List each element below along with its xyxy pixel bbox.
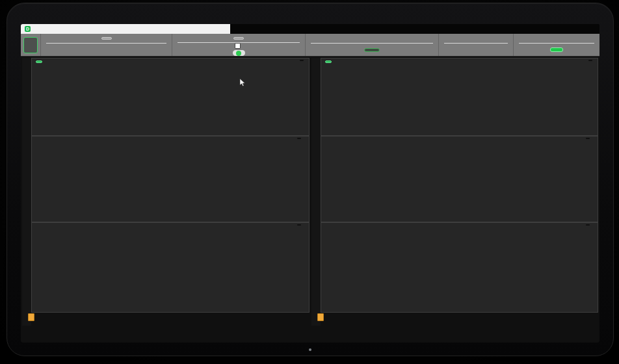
go-to-bounds-button[interactable] [364, 48, 380, 52]
app-logo-icon: D [25, 26, 31, 32]
back-button[interactable] [23, 37, 38, 53]
y-axis-gutter [22, 136, 31, 222]
markers-dropdown[interactable] [101, 37, 112, 40]
emg-plot-right[interactable] [321, 58, 599, 136]
time-axis-left [31, 313, 310, 326]
toolbar-section-shpf-plot [438, 34, 513, 56]
gyro-waveform [32, 223, 309, 312]
toggle-knob-icon [236, 51, 241, 56]
toolbar-section-markers [40, 34, 172, 56]
y-axis-dropdown[interactable] [233, 37, 244, 40]
sensor-column-left [22, 58, 310, 341]
event-marker-flag[interactable] [28, 313, 34, 321]
event-marker-flag[interactable] [317, 313, 324, 321]
gyro-plot-right[interactable] [321, 222, 599, 313]
emg-waveform [321, 58, 598, 135]
emg-waveform [32, 58, 309, 135]
screen: D [21, 24, 599, 343]
plot-area [21, 57, 599, 343]
export-csv-button[interactable] [550, 47, 563, 52]
acc-waveform [321, 136, 598, 222]
auto-scale-checkbox[interactable] [235, 43, 241, 49]
y-axis-gutter [311, 222, 321, 313]
acc-waveform [32, 136, 309, 222]
legend-item-acc-y[interactable] [297, 138, 301, 139]
time-axis-right [321, 313, 599, 326]
sensor-column-right [311, 58, 599, 341]
titlebar-left: D [21, 24, 230, 34]
y-axis-gutter [22, 222, 31, 313]
acc-plot-right[interactable] [321, 136, 599, 222]
titlebar: D [21, 24, 599, 34]
gyro-waveform [321, 223, 598, 312]
y-axis-gutter [311, 136, 321, 222]
legend-item-acc-y[interactable] [586, 138, 590, 139]
sensor-badge [36, 60, 42, 63]
window-controls [576, 24, 593, 34]
legend-item-emg1[interactable] [588, 60, 592, 61]
monitor-bezel: D [7, 3, 614, 356]
acc-plot-left[interactable] [31, 136, 310, 222]
toolbar-section-y-axis [172, 34, 305, 56]
sensor-badge [325, 60, 332, 63]
gyro-plot-left[interactable] [31, 222, 310, 313]
pan-zoom-toggle[interactable] [233, 50, 245, 56]
back-cell [21, 34, 40, 56]
toolbar-section-x-axis [305, 34, 438, 56]
toolbar-section-file [513, 34, 599, 56]
y-axis-gutter [22, 58, 31, 136]
legend-item-emg1[interactable] [300, 60, 304, 61]
power-led-icon [309, 348, 311, 351]
legend-item-gyro-y[interactable] [297, 224, 301, 226]
toolbar [21, 34, 599, 57]
y-axis-gutter [311, 58, 321, 136]
emg-plot-left[interactable] [31, 58, 310, 136]
legend-item-gyro-y[interactable] [586, 224, 590, 226]
